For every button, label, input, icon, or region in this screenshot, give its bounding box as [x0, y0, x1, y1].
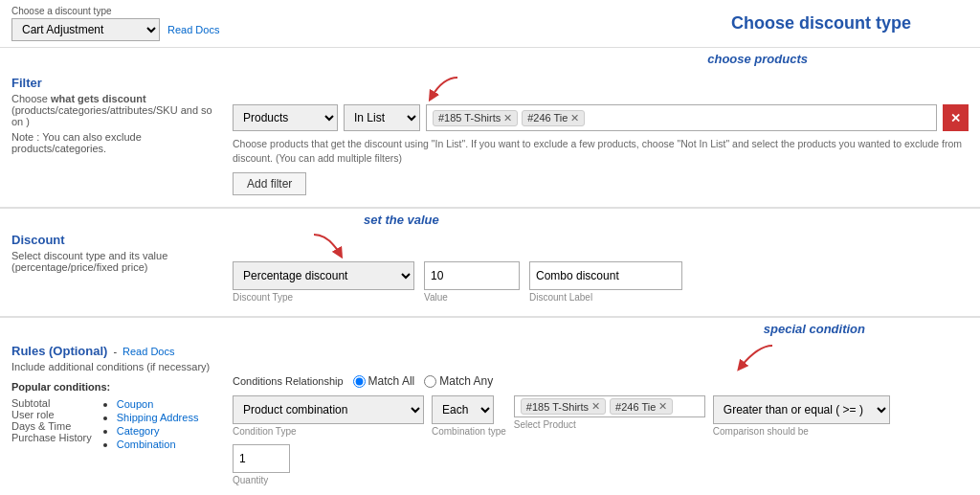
- rules-desc: Include additional conditions (if necess…: [11, 361, 217, 372]
- choose-products-arrow: [424, 76, 462, 102]
- filter-help-text: Choose products that get the discount us…: [233, 137, 969, 165]
- choose-discount-heading: Choose discount type: [731, 13, 911, 34]
- filter-note: Note : You can also exclude products/cat…: [11, 131, 217, 154]
- condition-type-label: Condition Type: [233, 426, 424, 437]
- discount-desc: Select discount type and its value: [11, 250, 217, 261]
- tag-tshirts[interactable]: #185 T-Shirts ✕: [433, 110, 518, 126]
- quantity-label: Quantity: [233, 475, 295, 485]
- match-any-radio-label[interactable]: Match Any: [424, 374, 493, 388]
- set-value-arrow: [309, 233, 347, 259]
- rules-read-docs-link[interactable]: Read Docs: [122, 346, 174, 357]
- match-all-radio-label[interactable]: Match All: [353, 374, 415, 388]
- conditions-rel-label: Conditions Relationship: [233, 375, 344, 387]
- discount-type-label: Discount Type: [233, 292, 414, 303]
- choose-products-annotation: choose products: [707, 52, 808, 66]
- comparison-select[interactable]: Greater than or equal ( >= ): [713, 395, 890, 424]
- special-condition-annotation: special condition: [764, 322, 865, 336]
- condition-type-select[interactable]: Product combination: [233, 395, 424, 424]
- tag-tie-cond[interactable]: #246 Tie ✕: [610, 398, 673, 415]
- combo-type-label: Combination type: [432, 426, 506, 437]
- rules-title: Rules (Optional): [11, 344, 107, 358]
- remove-filter-button[interactable]: ✕: [943, 104, 969, 131]
- discount-label-input[interactable]: [529, 261, 682, 290]
- read-docs-link[interactable]: Read Docs: [167, 24, 219, 35]
- discount-desc-sub: (percentage/price/fixed price): [11, 261, 217, 273]
- popular-conditions: Popular conditions: Subtotal User role D…: [11, 380, 217, 451]
- match-any-radio[interactable]: [424, 375, 436, 388]
- discount-value-label: Value: [424, 292, 520, 303]
- filter-title: Filter: [11, 76, 217, 90]
- popular-item-subtotal: Subtotal: [11, 397, 92, 409]
- filter-list-select[interactable]: In List: [344, 104, 420, 131]
- popular-link-coupon[interactable]: Coupon: [117, 398, 154, 410]
- tag-tie[interactable]: #246 Tie ✕: [522, 110, 585, 126]
- discount-type-label: Choose a discount type: [11, 6, 219, 16]
- discount-type-select[interactable]: Percentage discount: [233, 261, 414, 290]
- filter-tags-box: #185 T-Shirts ✕ #246 Tie ✕: [426, 104, 937, 131]
- popular-item-daystime: Days & Time: [11, 420, 92, 432]
- popular-link-category[interactable]: Category: [117, 425, 160, 437]
- popular-link-shipping[interactable]: Shipping Address: [117, 412, 199, 423]
- match-all-radio[interactable]: [353, 375, 366, 388]
- comparison-label: Comparison should be: [713, 426, 890, 437]
- special-condition-arrow: [729, 344, 777, 372]
- popular-link-combination[interactable]: Combination: [117, 439, 176, 450]
- discount-label-label: Discount Label: [529, 292, 682, 303]
- filter-desc-sub: (products/categories/attributes/SKU and …: [11, 104, 217, 127]
- discount-value-input[interactable]: [424, 261, 520, 290]
- popular-item-userrole: User role: [11, 409, 92, 420]
- select-product-box[interactable]: #185 T-Shirts ✕ #246 Tie ✕: [514, 395, 705, 417]
- each-select[interactable]: Each: [432, 395, 494, 424]
- tag-tshirts-cond[interactable]: #185 T-Shirts ✕: [521, 398, 606, 415]
- discount-type-select[interactable]: Cart Adjustment: [11, 18, 160, 41]
- filter-type-select[interactable]: Products: [233, 104, 338, 131]
- set-value-annotation: set the value: [364, 213, 439, 227]
- quantity-input[interactable]: [233, 444, 290, 473]
- discount-title: Discount: [11, 233, 217, 247]
- add-filter-button[interactable]: Add filter: [233, 172, 306, 195]
- popular-item-purchase: Purchase History: [11, 432, 92, 443]
- select-product-label: Select Product: [514, 419, 705, 430]
